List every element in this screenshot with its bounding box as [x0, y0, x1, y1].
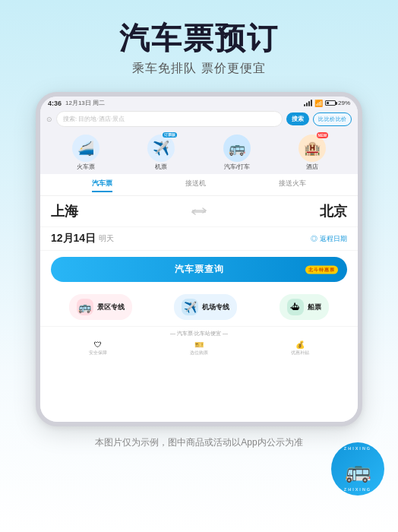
- watermark-top-text: ZHIXING: [344, 446, 371, 451]
- watermark-bus-icon: 🚌: [345, 458, 371, 483]
- seat-text: 选位购票: [190, 350, 208, 356]
- tab-shuttle[interactable]: 接送机: [185, 179, 206, 192]
- bottom-links: 🛡 安全保障 🎫 选位购票 💰 优惠补贴: [40, 339, 358, 359]
- wifi-icon: 📶: [314, 100, 323, 107]
- flight-label: 机票: [155, 163, 167, 171]
- page-wrapper: 汽车票预订 乘车免排队 票价更便宜 4:36 12月13日 周二 📶: [0, 0, 398, 532]
- header-section: 汽车票预订 乘车免排队 票价更便宜: [0, 0, 398, 92]
- nav-hotel[interactable]: 🏨 NEW 酒店: [298, 135, 326, 171]
- nav-flight[interactable]: ✈️ 订票版 机票: [147, 135, 175, 171]
- hotel-label: 酒店: [306, 163, 318, 171]
- to-city[interactable]: 北京: [208, 202, 347, 220]
- seat-icon: 🎫: [194, 340, 204, 349]
- status-icons: 📶 29%: [304, 100, 350, 107]
- boat-label: 船票: [308, 302, 321, 312]
- city-row: 上海 北京: [40, 196, 358, 227]
- device-mockup: 4:36 12月13日 周二 📶 29% ⊙ 搜索:: [36, 92, 362, 426]
- return-date-btn[interactable]: ◎ 返程日期: [311, 234, 347, 244]
- from-city[interactable]: 上海: [51, 202, 190, 220]
- tab-strip: 汽车票 接送机 接送火车: [40, 174, 358, 196]
- discount-icon: 💰: [295, 340, 305, 349]
- watermark-circle: ZHIXING 🚌 ZHIXING: [331, 442, 384, 496]
- bottom-link-seat[interactable]: 🎫 选位购票: [190, 340, 208, 356]
- search-btn[interactable]: 搜索: [286, 112, 309, 125]
- boat-icon: ⛴: [290, 301, 301, 313]
- hotel-icon: 🏨: [304, 140, 321, 157]
- search-bar-area: ⊙ 搜索: 目的地·酒店·景点 搜索 比 比价 比价: [40, 109, 358, 130]
- bottom-banner: — 汽车票·比车站便宜 —: [40, 326, 358, 339]
- train-label: 火车票: [77, 163, 95, 171]
- status-bar: 4:36 12月13日 周二 📶 29%: [40, 97, 358, 109]
- search-input-box[interactable]: 搜索: 目的地·酒店·景点: [56, 111, 283, 127]
- nav-icons-row: 🚄 火车票 ✈️ 订票版 机票 🚌 汽车/打车 🏨 N: [40, 130, 358, 174]
- nav-bus[interactable]: 🚌 汽车/打车: [223, 135, 251, 171]
- bottom-link-security[interactable]: 🛡 安全保障: [89, 340, 107, 356]
- hotel-badge: NEW: [317, 132, 329, 138]
- tab-train-pickup[interactable]: 接送火车: [279, 179, 306, 192]
- feature-boat[interactable]: ⛴ 船票: [280, 294, 329, 320]
- search-magnify-icon: ⊙: [46, 116, 52, 123]
- main-title: 汽车票预订: [119, 21, 279, 55]
- search-btn-badge: 北斗特惠票: [305, 265, 338, 274]
- flight-icon: ✈️: [153, 140, 169, 157]
- bottom-link-discount[interactable]: 💰 优惠补贴: [291, 340, 309, 356]
- departure-date: 12月14日: [51, 232, 96, 245]
- security-icon: 🛡: [94, 340, 102, 349]
- sub-title: 乘车免排队 票价更便宜: [132, 61, 265, 77]
- tab-bus-ticket[interactable]: 汽车票: [92, 179, 112, 192]
- watermark-bottom-text: ZHIXING: [344, 487, 371, 492]
- discount-text: 优惠补贴: [291, 350, 309, 356]
- price-compare-btn[interactable]: 比 比价 比价: [313, 112, 352, 126]
- signal-icon: [304, 100, 312, 106]
- bus-nav-icon: 🚌: [229, 140, 245, 157]
- airport-icon: ✈️: [184, 301, 197, 313]
- status-time: 4:36: [48, 100, 62, 107]
- search-placeholder: 搜索: 目的地·酒店·景点: [63, 115, 125, 123]
- battery-percent: 29%: [338, 100, 350, 106]
- departure-day: 明天: [99, 233, 114, 244]
- airport-label: 机场专线: [202, 302, 229, 312]
- search-action-btn[interactable]: 汽车票查询 北斗特惠票: [51, 257, 347, 282]
- flight-badge: 订票版: [163, 132, 177, 138]
- scenic-label: 景区专线: [97, 302, 125, 312]
- security-text: 安全保障: [89, 350, 107, 356]
- bus-label: 汽车/打车: [224, 163, 250, 171]
- train-icon: 🚄: [77, 140, 94, 157]
- feature-airport[interactable]: ✈️ 机场专线: [174, 294, 237, 320]
- features-row: 🚌 景区专线 ✈️ 机场专线 ⛴ 船票: [40, 288, 358, 326]
- feature-scenic[interactable]: 🚌 景区专线: [69, 294, 132, 320]
- date-row[interactable]: 12月14日 明天 ◎ 返程日期: [40, 227, 358, 251]
- main-content: 汽车票 接送机 接送火车 上海: [40, 174, 358, 422]
- nav-train[interactable]: 🚄 火车票: [72, 135, 100, 171]
- status-date: 12月13日 周二: [65, 99, 105, 107]
- battery-icon: [325, 100, 336, 106]
- swap-icon[interactable]: [190, 202, 208, 220]
- scenic-icon: 🚌: [78, 301, 91, 313]
